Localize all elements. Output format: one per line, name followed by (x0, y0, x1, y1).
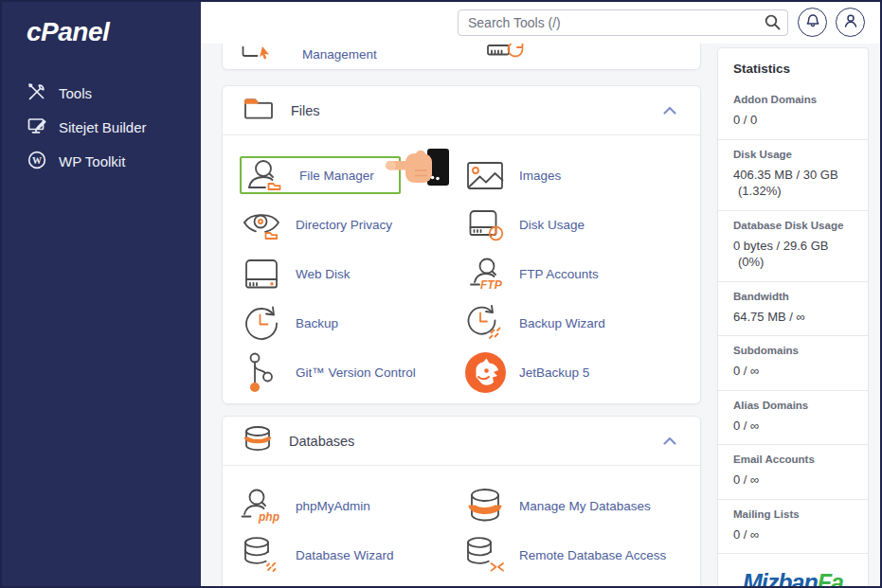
backup-wizard-icon (463, 303, 507, 343)
tool-item-directory-privacy[interactable]: Directory Privacy (238, 200, 461, 249)
tool-item-disk-usage[interactable]: Disk Usage (461, 200, 685, 249)
svg-text:W: W (32, 154, 42, 165)
tool-item-backup[interactable]: Backup (238, 298, 461, 347)
stat-label: Disk Usage (733, 149, 853, 160)
database-icon (243, 425, 273, 456)
databases-section-card: Databases php p (222, 416, 701, 586)
stat-label: Database Disk Usage (733, 220, 853, 231)
tool-label: Web Disk (296, 267, 351, 281)
databases-items-grid: php phpMyAdmin Manage My Databases (223, 466, 700, 586)
stat-value: 64.75 MB / ∞ (733, 309, 853, 326)
sidebar-item-wp-toolkit[interactable]: W WP Toolkit (2, 144, 201, 178)
tool-item-phpmyadmin[interactable]: php phpMyAdmin (238, 481, 461, 530)
topbar (201, 2, 880, 44)
manage-databases-icon (463, 487, 507, 526)
management-partial-icon (242, 46, 278, 63)
collapse-chevron-icon[interactable] (662, 433, 677, 450)
account-button[interactable] (836, 8, 865, 37)
stat-alias-domains: Alias Domains 0 / ∞ (718, 391, 868, 446)
brand-part-green: Fa (818, 569, 843, 586)
statistics-panel: Statistics Addon Domains 0 / 0 Disk Usag… (717, 47, 869, 586)
search-box (458, 9, 788, 36)
search-input[interactable] (458, 9, 788, 36)
remote-database-icon (463, 536, 507, 574)
disk-usage-icon (463, 208, 507, 241)
tool-label: phpMyAdmin (296, 499, 370, 513)
stat-value: 0 / ∞ (733, 526, 853, 543)
stat-value: 0 bytes / 29.6 GB (733, 238, 853, 255)
stat-label: Alias Domains (733, 400, 853, 411)
tool-item-jetbackup[interactable]: JetBackup 5 (461, 347, 685, 397)
tool-label: File Manager (299, 169, 374, 183)
brand-part-blue: Mizban (743, 569, 818, 586)
stat-value: 0 / ∞ (733, 472, 853, 489)
partial-item-label[interactable]: Management (302, 47, 377, 62)
backup-icon (240, 304, 283, 343)
sitejet-builder-icon (27, 116, 46, 138)
scrolled-section-card: Management (222, 44, 701, 70)
tool-label: Backup Wizard (519, 316, 605, 330)
tool-label: FTP Accounts (519, 267, 599, 281)
files-section-header[interactable]: Files (223, 86, 700, 135)
sidebar-item-tools[interactable]: Tools (2, 76, 201, 110)
stat-label: Mailing Lists (733, 508, 853, 520)
tool-label: Images (519, 169, 561, 183)
files-section-card: Files (222, 85, 701, 404)
stat-disk-usage: Disk Usage 406.35 MB / 30 GB (1.32%) (718, 140, 868, 211)
collapse-chevron-icon[interactable] (662, 102, 677, 119)
tool-item-web-disk[interactable]: Web Disk (238, 249, 461, 298)
file-manager-icon (243, 158, 287, 193)
notifications-button[interactable] (798, 8, 827, 37)
folder-icon (243, 95, 275, 126)
stat-subdomains: Subdomains 0 / ∞ (718, 336, 868, 391)
stat-value: 0 / 0 (733, 112, 853, 129)
bell-icon (805, 13, 820, 32)
tools-icon (27, 82, 46, 104)
stat-email-accounts: Email Accounts 0 / ∞ (718, 445, 868, 500)
cpanel-logo[interactable]: cPanel (2, 2, 201, 47)
cpanel-window: cPanel Tools (0, 0, 882, 588)
phpmyadmin-icon: php (240, 488, 283, 524)
tool-item-file-manager[interactable]: File Manager (238, 151, 461, 200)
svg-text:php: php (258, 510, 279, 524)
tool-item-database-wizard[interactable]: Database Wizard (238, 530, 461, 579)
tool-item-ftp-accounts[interactable]: FTP FTP Accounts (461, 249, 685, 298)
tool-label: Git™ Version Control (296, 365, 416, 380)
tool-label: Database Wizard (296, 548, 394, 562)
tool-item-images[interactable]: Images (461, 151, 685, 200)
sidebar: cPanel Tools (2, 2, 201, 586)
tool-label: Directory Privacy (296, 218, 392, 232)
stat-label: Subdomains (733, 345, 853, 356)
databases-section-header[interactable]: Databases (223, 417, 700, 466)
mizbanfa-wordmark: MizbanFa (729, 569, 856, 586)
images-icon (463, 161, 507, 190)
jetbackup-icon (463, 351, 507, 394)
tool-item-backup-wizard[interactable]: Backup Wizard (461, 298, 685, 347)
stat-value: 406.35 MB / 30 GB (733, 167, 853, 184)
file-manager-highlight: File Manager (240, 156, 401, 194)
stat-value: 0 / ∞ (733, 363, 853, 380)
search-icon[interactable] (765, 14, 781, 34)
stat-database-disk-usage: Database Disk Usage 0 bytes / 29.6 GB (0… (718, 211, 868, 282)
tool-item-manage-my-databases[interactable]: Manage My Databases (461, 481, 685, 530)
stat-bandwidth: Bandwidth 64.75 MB / ∞ (718, 282, 868, 337)
monitoring-partial-icon (487, 44, 529, 63)
svg-text:FTP: FTP (480, 278, 503, 292)
tool-item-remote-database-access[interactable]: Remote Database Access (461, 530, 685, 579)
ftp-accounts-icon: FTP (463, 257, 507, 292)
section-title: Databases (289, 434, 646, 449)
sidebar-item-label: Sitejet Builder (59, 119, 147, 135)
sidebar-item-label: Tools (59, 85, 92, 101)
tool-label: JetBackup 5 (519, 365, 589, 380)
files-items-grid: File Manager (223, 135, 700, 404)
tool-label: Disk Usage (519, 218, 585, 232)
database-wizard-icon (240, 536, 283, 574)
directory-privacy-icon (240, 209, 283, 241)
section-title: Files (291, 103, 646, 118)
web-disk-icon (240, 258, 283, 290)
stat-label: Email Accounts (733, 454, 853, 465)
mizbanfa-logo[interactable]: MizbanFa NEXT (718, 554, 868, 586)
tool-item-git-version-control[interactable]: Git™ Version Control (238, 347, 461, 397)
pointer-cursor-icon (385, 146, 451, 195)
sidebar-item-sitejet-builder[interactable]: Sitejet Builder (2, 110, 201, 144)
